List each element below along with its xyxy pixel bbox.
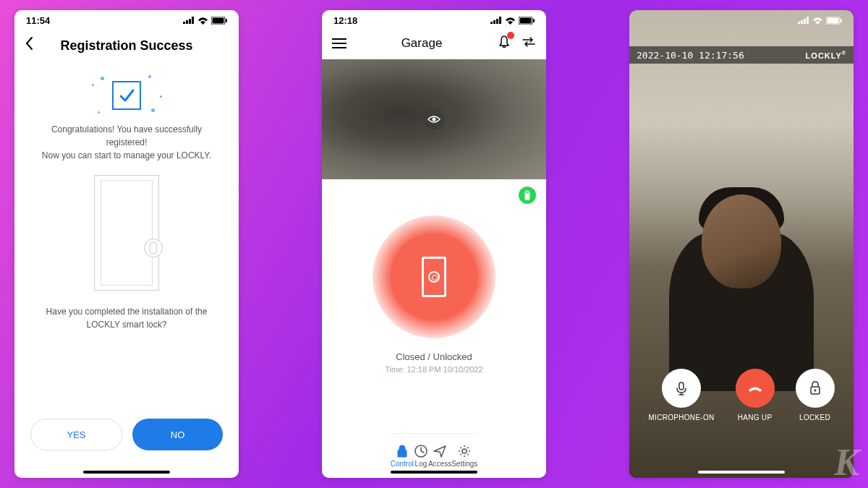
svg-rect-17	[526, 193, 529, 199]
notifications-button[interactable]	[497, 35, 511, 52]
svg-rect-26	[841, 19, 842, 22]
page-title: Registration Success	[25, 38, 229, 53]
call-controls: MICROPHONE-ON HANG UP LOCKED	[629, 369, 854, 421]
notification-badge	[507, 32, 514, 39]
battery-icon	[826, 17, 842, 25]
microphone-icon	[673, 380, 689, 396]
svg-rect-20	[798, 22, 800, 24]
svg-rect-6	[226, 19, 227, 22]
home-indicator[interactable]	[698, 471, 785, 474]
svg-rect-1	[186, 20, 188, 24]
prompt-line-1: Have you completed the installation of t…	[36, 305, 217, 318]
lock-button[interactable]: LOCKED	[796, 369, 835, 421]
svg-rect-2	[189, 19, 191, 24]
battery-icon	[519, 17, 535, 25]
view-camera-button[interactable]	[423, 108, 445, 130]
success-checkmark	[14, 81, 239, 110]
lock-icon	[395, 444, 409, 458]
swap-icon	[522, 37, 536, 47]
svg-rect-12	[520, 17, 532, 23]
svg-point-29	[814, 390, 816, 392]
sync-button[interactable]	[522, 37, 536, 50]
control-area: Closed / Unlocked Time: 12:18 PM 10/10/2…	[322, 179, 546, 478]
status-icons	[183, 17, 227, 25]
lock-toggle-button[interactable]	[373, 215, 495, 338]
nav-bar: Registration Success	[14, 30, 239, 61]
padlock-icon	[808, 380, 822, 396]
svg-rect-3	[192, 17, 194, 24]
menu-button[interactable]	[332, 38, 346, 48]
svg-rect-25	[827, 17, 839, 23]
svg-rect-9	[496, 19, 498, 24]
hangup-icon	[746, 379, 765, 398]
doorbell-camera-screen: 2022-10-10 12:17:56 LOCKLY® MICROPHONE-O…	[629, 10, 854, 478]
camera-overlay-bar: 2022-10-10 12:17:56 LOCKLY®	[629, 46, 854, 64]
svg-rect-7	[490, 22, 493, 24]
wifi-icon	[505, 17, 516, 25]
door-illustration	[14, 175, 239, 291]
app-header: Garage	[322, 30, 546, 59]
svg-rect-27	[679, 382, 684, 390]
svg-point-19	[462, 449, 467, 453]
lock-status-text: Closed / Unlocked	[396, 351, 472, 362]
no-button[interactable]: NO	[132, 419, 223, 450]
cellular-icon	[798, 17, 809, 24]
svg-point-14	[433, 118, 436, 121]
congrats-line-1: Congratulations! You have successfully r…	[32, 123, 221, 149]
svg-rect-23	[807, 17, 809, 24]
status-bar: 11:54	[14, 10, 239, 30]
garage-control-screen: 12:18 Garage	[322, 10, 546, 478]
status-bar	[629, 10, 854, 30]
home-indicator[interactable]	[391, 471, 477, 474]
battery-status-badge[interactable]	[519, 187, 536, 204]
wifi-icon	[812, 17, 823, 25]
svg-rect-5	[213, 17, 224, 23]
status-bar: 12:18	[322, 10, 546, 30]
door-unlocked-icon	[422, 257, 446, 297]
yes-button[interactable]: YES	[30, 419, 122, 450]
congrats-line-2: Now you can start to manage your LOCKLY.	[32, 149, 221, 162]
congrats-text: Congratulations! You have successfully r…	[14, 123, 239, 162]
status-icons	[490, 17, 535, 25]
person-in-frame	[669, 174, 814, 391]
registration-success-screen: 11:54 Registration Success Congratulatio…	[14, 10, 239, 478]
cellular-icon	[490, 17, 502, 24]
wifi-icon	[197, 17, 208, 25]
status-time: 11:54	[26, 15, 50, 26]
eye-icon	[427, 115, 441, 124]
svg-rect-22	[804, 19, 806, 24]
prompt-line-2: LOCKLY smart lock?	[36, 318, 217, 331]
send-icon	[433, 444, 447, 458]
hangup-button[interactable]: HANG UP	[736, 369, 775, 421]
clock-icon	[414, 444, 428, 458]
gear-icon	[457, 444, 472, 458]
status-time: 12:18	[333, 15, 357, 26]
cellular-icon	[183, 17, 195, 24]
battery-icon	[211, 17, 227, 25]
svg-rect-0	[183, 22, 185, 24]
svg-rect-21	[801, 20, 803, 24]
door-lock-icon	[144, 239, 163, 257]
status-time-text: Time: 12:18 PM 10/10/2022	[385, 365, 482, 374]
microphone-button[interactable]: MICROPHONE-ON	[648, 369, 714, 421]
svg-rect-10	[499, 17, 501, 24]
button-row: YES NO	[14, 419, 239, 450]
svg-rect-13	[533, 19, 535, 22]
brand-watermark: LOCKLY®	[806, 51, 846, 60]
install-prompt: Have you completed the installation of t…	[14, 301, 239, 335]
camera-timestamp: 2022-10-10 12:17:56	[637, 50, 744, 61]
header-title: Garage	[401, 36, 443, 51]
svg-rect-16	[527, 191, 529, 192]
checkmark-icon	[112, 81, 141, 110]
camera-preview[interactable]	[322, 59, 546, 179]
home-indicator[interactable]	[83, 471, 170, 474]
battery-full-icon	[524, 190, 531, 200]
svg-rect-8	[493, 20, 495, 24]
